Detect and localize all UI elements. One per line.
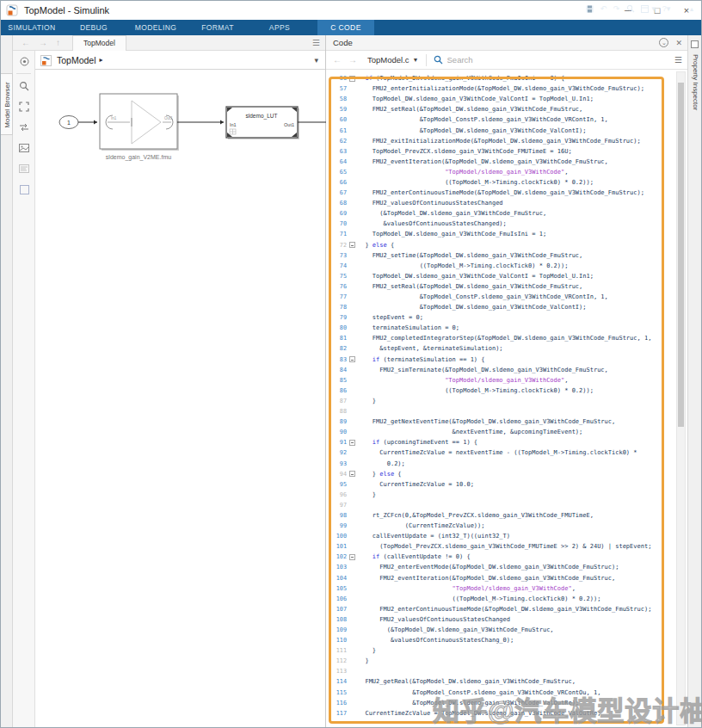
layout-icon[interactable]: ▾ (641, 5, 656, 13)
breadcrumb[interactable]: TopModel ▸ ▾ (35, 51, 325, 70)
model-diagram: 1 In1 Out1 sldemo_gain_V2ME.fmu (35, 70, 326, 728)
model-editor-panel: ← → ↑ TopModel ☰ TopModel ▸ ▾ (13, 35, 326, 727)
fmu-out-port-label: Out1 (164, 116, 173, 120)
chevron-down-icon: ▼ (413, 57, 419, 63)
back-icon[interactable]: ← (22, 38, 30, 47)
traceability-highlight-box[interactable] (329, 77, 664, 724)
search-icon[interactable] (626, 4, 635, 13)
lut-in-port-label: In1 (230, 122, 237, 127)
code-scrollbar[interactable] (676, 71, 686, 725)
code-back-icon[interactable]: ← (333, 55, 342, 65)
search-icon (434, 55, 443, 65)
ribbon-tab-format[interactable]: FORMAT (187, 20, 249, 35)
code-view[interactable]: 56 if (TopModel_DW.sldemo_gain_V3WithCod… (326, 70, 689, 727)
model-browser-label: Model Browser (3, 82, 11, 127)
hide-browser-icon[interactable] (13, 51, 35, 71)
quick-access-toolbar: ↶ ↷ ▾ ?▾ (577, 3, 679, 15)
ribbon-tab-simulation[interactable]: SIMULATION (1, 20, 63, 35)
simulink-logo-icon (6, 4, 18, 16)
property-inspector-label[interactable]: Property Inspector (692, 54, 699, 110)
fmu-block-label: sldemo_gain_V2ME.fmu (106, 154, 171, 161)
toolbar-divider (426, 54, 427, 66)
code-forward-icon[interactable]: → (348, 55, 357, 65)
fmu-in-port-label: In1 (111, 116, 117, 120)
update-diagram-icon[interactable] (13, 117, 35, 138)
document-tab-label: TopModel (83, 39, 115, 47)
document-tab-bar: ← → ↑ TopModel ☰ (13, 35, 325, 51)
canvas-palette (13, 51, 35, 727)
panel-options-icon[interactable]: ⌄ (659, 38, 668, 47)
annotation-text-icon[interactable] (13, 158, 35, 179)
inport-label: 1 (67, 120, 71, 126)
code-menu-icon[interactable]: ☰ (674, 55, 682, 65)
forward-icon[interactable]: → (39, 38, 47, 47)
left-dock-strip: Model Browser (1, 35, 13, 727)
ribbon-tabs: SIMULATIONDEBUGMODELINGFORMATAPPSC CODE (1, 20, 701, 35)
ribbon-tab-apps[interactable]: APPS (249, 20, 311, 35)
property-inspector-icon[interactable] (691, 40, 699, 48)
code-panel-title: Code (333, 38, 659, 47)
undo-icon[interactable]: ↶ (600, 5, 607, 13)
palette-divider (16, 73, 31, 74)
model-icon (40, 54, 52, 65)
fmu-block[interactable] (100, 94, 177, 149)
model-canvas[interactable]: 1 In1 Out1 sldemo_gain_V2ME.fmu (35, 70, 325, 727)
ribbon-tab-debug[interactable]: DEBUG (63, 20, 125, 35)
search-bar[interactable] (434, 55, 675, 65)
right-dock-strip: Property Inspector (687, 35, 701, 727)
tab-menu-icon[interactable]: ☰ (312, 38, 320, 47)
panel-close-icon[interactable]: ✕ (675, 39, 682, 47)
ribbon-tab-modeling[interactable]: MODELING (125, 20, 187, 35)
annotation-image-icon[interactable] (13, 138, 35, 158)
model-browser-tab[interactable]: Model Browser (1, 73, 13, 135)
ribbon-tab-c-code[interactable]: C CODE (317, 20, 374, 35)
breadcrumb-caret-icon[interactable]: ▸ (100, 56, 103, 64)
up-to-parent-icon[interactable]: ↑ (56, 38, 60, 47)
file-selector-label: TopModel.c (367, 55, 410, 65)
ribbon-collapse-icon[interactable]: ▴ (686, 3, 698, 15)
redo-icon[interactable]: ↷ (613, 5, 620, 13)
save-icon[interactable] (586, 5, 594, 13)
help-icon[interactable]: ?▾ (662, 5, 671, 13)
code-toolbar: ← → TopModel.c ▼ ☰ (326, 51, 689, 70)
lut-block-title: sldemo_LUT (246, 113, 278, 120)
code-scrollbar-thumb[interactable] (678, 83, 684, 427)
breadcrumb-dropdown-icon[interactable]: ▾ (314, 56, 318, 65)
file-selector[interactable]: TopModel.c ▼ (367, 55, 419, 65)
lut-out-port-label: Out1 (284, 122, 294, 127)
zoom-icon[interactable] (13, 76, 35, 96)
search-input[interactable] (447, 55, 551, 65)
area-box-icon[interactable] (13, 179, 35, 200)
breadcrumb-model-name[interactable]: TopModel (57, 55, 96, 65)
code-panel-header: Code ⌄ ✕ (326, 35, 689, 51)
code-panel: Code ⌄ ✕ ← → TopModel.c ▼ ☰ 56 if (TopMo… (326, 35, 689, 727)
document-tab-topmodel[interactable]: TopModel (72, 35, 126, 51)
simulink-window: TopModel - Simulink ─ □ × SIMULATIONDEBU… (0, 0, 702, 728)
fit-to-view-icon[interactable] (13, 96, 35, 117)
window-title: TopModel - Simulink (24, 5, 613, 15)
